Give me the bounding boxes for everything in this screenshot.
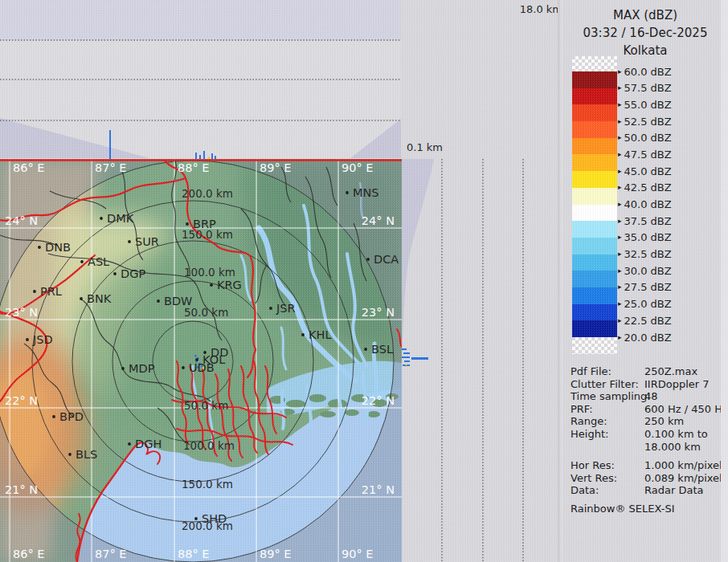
station-dot-KRG: [210, 283, 213, 287]
colorbar-band: [572, 304, 617, 321]
ring-distance-label: 200.0 km: [182, 187, 233, 200]
info-row: Range:250 km: [571, 415, 726, 428]
height-gridlines: [0, 40, 401, 120]
window-edge: [721, 0, 728, 562]
colorbar-band: [572, 238, 617, 255]
tick-value: 40.0 dBZ: [624, 198, 672, 210]
geo-label: 21° N: [5, 483, 38, 496]
info-row: Vert Res:0.089 km/pixel: [571, 472, 726, 485]
station-dot-UDB: [182, 366, 185, 369]
vertical-projection-top-strip: [0, 0, 401, 159]
station-label-KRG: KRG: [217, 279, 242, 291]
station-dot-DCA: [366, 258, 370, 261]
station-dot-BRP: [186, 222, 189, 226]
tick-value: 32.5 dBZ: [624, 248, 672, 260]
colorbar-tick: ▸55.0 dBZ: [618, 98, 672, 111]
station-label-BNK: BNK: [87, 292, 112, 305]
geo-label: 90° E: [342, 161, 373, 174]
tick-arrow-icon: ▸: [618, 118, 622, 125]
tick-arrow-icon: ▸: [618, 334, 622, 341]
tick-arrow-icon: ▸: [618, 300, 622, 307]
tick-arrow-icon: ▸: [618, 151, 622, 158]
station-dot-DMK: [100, 217, 103, 220]
ring-distance-label: 150.0 km: [182, 478, 233, 491]
tick-value: 45.0 dBZ: [624, 165, 672, 177]
echo-mark: [405, 364, 407, 365]
height-gridlines: [442, 159, 523, 562]
geo-label: 89° E: [260, 161, 291, 174]
station-dot-ASL: [80, 260, 84, 263]
station-dot-BNK: [80, 297, 83, 300]
info-label: PRF:: [571, 403, 644, 416]
geo-label: 24° N: [362, 214, 395, 227]
colorbar-band: [572, 271, 617, 287]
station-dot-MNS: [346, 191, 349, 194]
tick-value: 25.0 dBZ: [624, 298, 672, 310]
station-label-JSR: JSR: [276, 302, 296, 315]
tick-arrow-icon: ▸: [618, 184, 622, 191]
station-label-JSD: JSD: [32, 333, 53, 346]
info-value: 0.100 km to: [644, 428, 708, 441]
geo-label: 88° E: [178, 548, 209, 560]
height-axis-min-label: 0.1 km: [407, 141, 443, 153]
legend-panel: MAX (dBZ) 03:32 / 16-Dec-2025 Kolkata Pd…: [562, 0, 728, 562]
info-label: Vert Res:: [571, 472, 644, 485]
info-row: Pdf File:250Z.max: [571, 365, 726, 378]
software-brand: Rainbow® SELEX-SI: [571, 503, 726, 515]
station-label-ASL: ASL: [88, 255, 109, 268]
colorbar-band: [572, 171, 617, 188]
tick-value: 30.0 dBZ: [624, 265, 672, 277]
station-label-MNS: MNS: [353, 186, 379, 199]
colorbar-band: [572, 188, 617, 205]
station-dot-BLS: [68, 453, 72, 456]
station-label-SUR: SUR: [135, 235, 159, 248]
station-label-MDP: MDP: [129, 362, 155, 375]
geo-label: 22° N: [362, 394, 395, 407]
info-row: PRF:600 Hz / 450 Hz: [571, 403, 726, 416]
colorbar-tick: ▸42.5 dBZ: [618, 181, 672, 194]
colorbar-band: [572, 138, 617, 155]
tick-arrow-icon: ▸: [618, 134, 622, 141]
echo-mark: [203, 151, 205, 159]
info-label: Height:: [571, 428, 644, 441]
echo-mark: [402, 348, 407, 350]
info-row: Hor Res:1.000 km/pixel: [571, 459, 726, 472]
tick-arrow-icon: ▸: [618, 168, 622, 175]
geo-label: 86° E: [13, 548, 44, 560]
geo-label: 21° N: [362, 483, 395, 496]
echo-mark: [211, 153, 213, 159]
station-label-UDB: UDB: [189, 361, 215, 374]
station-label-DGP: DGP: [121, 267, 145, 280]
info-value: 250Z.max: [644, 365, 697, 378]
colorbar-tick: ▸22.5 dBZ: [618, 314, 672, 327]
colorbar-band: [572, 88, 617, 105]
colorbar-tick: ▸37.5 dBZ: [618, 214, 672, 227]
tick-value: 57.5 dBZ: [624, 82, 672, 94]
station-dot-DGH: [128, 442, 131, 446]
colorbar-band: [572, 221, 617, 238]
colorbar-tick: ▸40.0 dBZ: [618, 198, 672, 211]
tick-value: 37.5 dBZ: [624, 215, 672, 227]
radar-application-window: 18.0 km 0.1 km: [0, 0, 728, 562]
colorbar-band: [572, 287, 617, 304]
echo-mark: [404, 360, 410, 362]
station-label-DMK: DMK: [107, 212, 134, 225]
geo-label: 88° E: [178, 161, 209, 174]
station-label-KHL: KHL: [309, 328, 332, 341]
station-label-BDW: BDW: [164, 295, 192, 307]
info-label: Pdf File:: [571, 365, 644, 378]
colorbar-band-above-60: [572, 56, 617, 71]
tick-arrow-icon: ▸: [618, 201, 622, 208]
info-label: Time sampling:: [571, 390, 644, 403]
info-value: 18.000 km: [644, 441, 701, 454]
product-datetime: 03:32 / 16-Dec-2025: [562, 24, 728, 42]
station-label-BPD: BPD: [59, 410, 84, 423]
info-label: Range:: [571, 415, 644, 428]
info-value: 250 km: [644, 415, 684, 428]
station-dot-BDW: [157, 299, 160, 303]
info-row: 18.000 km: [571, 441, 726, 454]
geo-label: 87° E: [95, 548, 126, 560]
ring-distance-label: 50.0 km: [184, 399, 228, 412]
colorbar-band: [572, 71, 617, 88]
station-dot-BPD: [52, 415, 55, 418]
